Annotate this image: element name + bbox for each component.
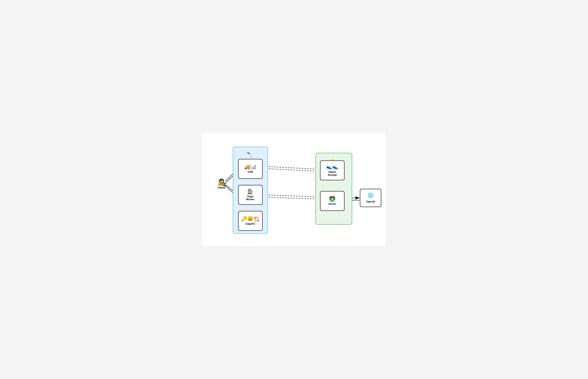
cdn-icon: 🚚📊: [244, 164, 256, 169]
svg-line-8: [263, 166, 320, 169]
diagram-container: 🧟 Client 🔪 Edge 🚚📊 CDN 🧑‍🔧 EdgeWorker 🔑😀…: [202, 133, 386, 246]
svg-line-10: [263, 195, 320, 197]
svg-point-19: [370, 195, 371, 196]
openai-icon: [368, 193, 373, 199]
object-storage-box: 👟👟 ObjectStorage: [320, 160, 345, 180]
openai-label: OpenAI: [366, 200, 375, 203]
server-box: 🧑‍💻 Server: [320, 191, 345, 211]
diagram-inner: 🧟 Client 🔪 Edge 🚚📊 CDN 🧑‍🔧 EdgeWorker 🔑😀…: [214, 142, 374, 237]
edge-worker-label: EdgeWorker: [246, 195, 255, 201]
edge-kv-icon: 🔑😀🏗️: [241, 216, 260, 221]
svg-line-11: [263, 197, 320, 199]
object-storage-label: ObjectStorage: [328, 171, 337, 176]
edge-worker-box: 🧑‍🔧 EdgeWorker: [238, 185, 263, 205]
client-section: 🧟 Client: [218, 179, 225, 189]
edge-zone-icon: 🔪: [247, 152, 254, 158]
cdn-label: CDN: [248, 170, 253, 173]
openai-box: OpenAI: [360, 189, 381, 207]
server-label: Server: [328, 203, 336, 205]
svg-line-9: [263, 168, 320, 172]
openai-section: OpenAI: [360, 189, 381, 207]
client-label: Client: [218, 186, 225, 189]
client-icon: 🧟: [218, 179, 225, 185]
edge-kv-label: EdgeKV: [246, 222, 255, 225]
server-icon: 🧑‍💻: [329, 196, 335, 201]
edge-kv-box: 🔑😀🏗️ EdgeKV: [238, 211, 263, 231]
cdn-box: 🚚📊 CDN: [238, 159, 263, 179]
edge-worker-icon: 🧑‍🔧: [247, 189, 253, 194]
object-storage-icon: 👟👟: [326, 164, 338, 169]
